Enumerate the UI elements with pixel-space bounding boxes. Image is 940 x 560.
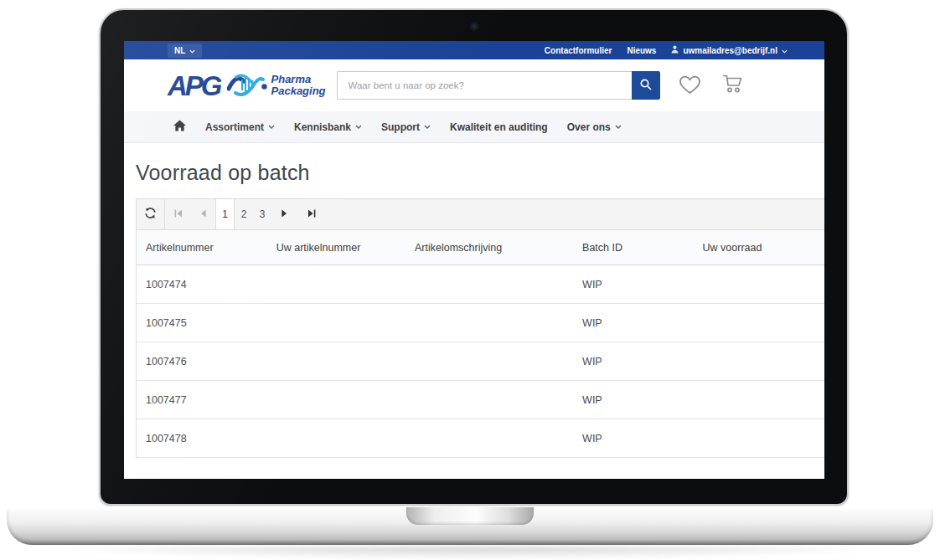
refresh-icon <box>144 207 157 223</box>
base-notch <box>406 507 534 525</box>
nav-item-label: Kennisbank <box>294 121 351 133</box>
site-header: APG Pharma Packaging <box>124 59 824 111</box>
table-header-row: Artikelnummer Uw artikelnummer Artikelom… <box>137 230 824 265</box>
column-header-uw-voorraad[interactable]: Uw voorraad <box>694 242 824 254</box>
chevron-down-icon <box>355 125 362 129</box>
pager-page-3[interactable]: 3 <box>253 199 271 229</box>
chevron-down-icon <box>782 46 788 55</box>
nav-item-over-ons[interactable]: Over ons <box>567 121 622 133</box>
heart-icon <box>679 74 701 97</box>
first-page-icon <box>173 207 183 222</box>
logo-wordmark: APG <box>168 72 223 100</box>
chevron-down-icon <box>424 125 431 129</box>
nav-item-label: Over ons <box>567 121 611 133</box>
table-row[interactable]: 1007477 WIP <box>137 381 824 419</box>
column-header-batch-id[interactable]: Batch ID <box>573 242 693 254</box>
user-email-label: uwmailadres@bedrijf.nl <box>683 46 777 55</box>
last-page-icon <box>307 207 317 222</box>
laptop-lid: NL Contactformulier Nieuws uwmailadres@b… <box>99 8 849 506</box>
nav-item-support[interactable]: Support <box>381 121 431 133</box>
contact-form-link[interactable]: Contactformulier <box>545 46 612 55</box>
refresh-button[interactable] <box>137 199 165 229</box>
chevron-down-icon <box>615 125 622 129</box>
grid-pager: 1 2 3 <box>137 198 824 230</box>
cell-batch-id: WIP <box>573 433 693 444</box>
nav-item-kwaliteit-en-auditing[interactable]: Kwaliteit en auditing <box>450 121 548 133</box>
nav-item-label: Support <box>381 121 420 133</box>
wishlist-button[interactable] <box>679 74 701 97</box>
pager-next-button[interactable] <box>271 199 297 229</box>
laptop-screen: NL Contactformulier Nieuws uwmailadres@b… <box>124 41 824 479</box>
dna-helix-icon <box>227 69 267 101</box>
home-icon <box>173 120 186 134</box>
site-topbar: NL Contactformulier Nieuws uwmailadres@b… <box>124 41 824 59</box>
shopping-cart-icon <box>721 73 745 98</box>
cell-artikelnummer: 1007476 <box>137 356 267 367</box>
laptop-reflection <box>34 547 906 560</box>
table-row[interactable]: 1007476 WIP <box>137 342 824 381</box>
nav-item-kennisbank[interactable]: Kennisbank <box>294 121 362 133</box>
cell-batch-id: WIP <box>573 356 693 367</box>
pager-first-button[interactable] <box>165 199 191 229</box>
cell-batch-id: WIP <box>573 279 693 290</box>
table-row[interactable]: 1007478 WIP <box>137 419 824 458</box>
batch-stock-grid: 1 2 3 Artikelnum <box>136 198 824 458</box>
cell-artikelnummer: 1007478 <box>137 433 267 444</box>
chevron-down-icon <box>189 46 195 55</box>
logo-tagline-line1: Pharma <box>271 74 326 85</box>
cell-artikelnummer: 1007475 <box>137 317 267 329</box>
column-header-artikelnummer[interactable]: Artikelnummer <box>137 242 267 254</box>
language-selector[interactable]: NL <box>168 44 202 58</box>
company-logo[interactable]: APG Pharma Packaging <box>168 69 326 101</box>
column-header-artikelomschrijving[interactable]: Artikelomschrijving <box>405 242 573 254</box>
nav-home[interactable] <box>173 120 186 134</box>
nav-item-assortiment[interactable]: Assortiment <box>205 121 275 133</box>
cart-button[interactable] <box>721 73 745 98</box>
chevron-down-icon <box>268 125 275 129</box>
pager-prev-button[interactable] <box>191 199 216 229</box>
pager-page-2[interactable]: 2 <box>235 199 253 229</box>
prev-page-icon <box>199 207 209 222</box>
webcam-dot <box>471 23 477 29</box>
table-row[interactable]: 1007474 WIP <box>137 265 824 304</box>
search-box <box>337 71 660 100</box>
pager-last-button[interactable] <box>297 199 327 229</box>
search-icon <box>639 78 653 94</box>
table-row[interactable]: 1007475 WIP <box>137 304 824 342</box>
main-nav: Assortiment Kennisbank Support Kwaliteit… <box>124 111 824 143</box>
news-link[interactable]: Nieuws <box>627 46 656 55</box>
column-header-uw-artikelnummer[interactable]: Uw artikelnummer <box>267 242 405 254</box>
search-button[interactable] <box>632 71 660 100</box>
nav-item-label: Assortiment <box>205 121 264 133</box>
cell-batch-id: WIP <box>573 394 693 406</box>
account-menu[interactable]: uwmailadres@bedrijf.nl <box>671 45 788 55</box>
nav-item-label: Kwaliteit en auditing <box>450 121 548 133</box>
cell-artikelnummer: 1007474 <box>137 279 267 290</box>
user-icon <box>671 45 679 55</box>
logo-tagline-line2: Packaging <box>271 85 326 97</box>
cell-artikelnummer: 1007477 <box>137 394 267 406</box>
search-input[interactable] <box>337 71 632 100</box>
cell-batch-id: WIP <box>573 317 693 329</box>
pager-page-1[interactable]: 1 <box>216 199 235 229</box>
page-content: Voorraad op batch <box>124 161 824 458</box>
logo-tagline: Pharma Packaging <box>271 74 326 97</box>
laptop-base <box>7 506 933 545</box>
next-page-icon <box>279 207 289 222</box>
language-label: NL <box>174 46 185 55</box>
page-title: Voorraad op batch <box>136 161 824 185</box>
